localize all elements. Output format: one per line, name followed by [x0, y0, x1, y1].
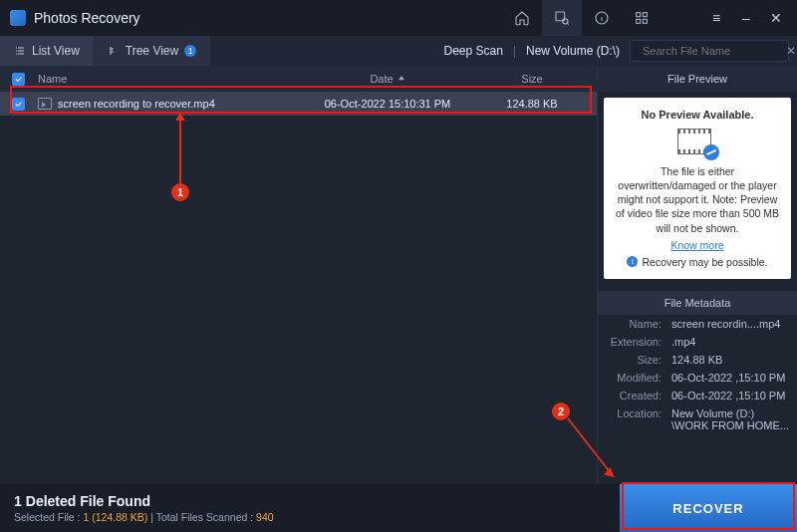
deep-scan-link[interactable]: Deep Scan	[443, 44, 502, 58]
preview-pane: File Preview No Preview Available. The f…	[598, 66, 797, 496]
hamburger-menu-icon[interactable]: ≡	[701, 0, 731, 36]
clear-search-icon[interactable]: ✕	[786, 44, 796, 58]
metadata-header: File Metadata	[598, 291, 797, 315]
know-more-link[interactable]: Know more	[612, 238, 783, 252]
tree-view-badge: 1	[184, 45, 196, 57]
filmstrip-icon	[677, 129, 717, 158]
home-icon[interactable]	[502, 0, 542, 36]
row-checkbox[interactable]	[12, 98, 25, 111]
search-input[interactable]	[643, 45, 780, 57]
app-logo-icon	[10, 10, 26, 26]
column-size[interactable]: Size	[467, 73, 597, 85]
list-icon	[14, 45, 26, 57]
preview-header: File Preview	[598, 66, 797, 92]
preview-card: No Preview Available. The file is either…	[604, 98, 791, 279]
file-name: screen recording to recover.mp4	[58, 98, 215, 110]
info-dot-icon: i	[627, 256, 638, 267]
svg-rect-3	[637, 13, 641, 17]
deleted-found-title: 1Deleted File Found	[14, 493, 274, 509]
svg-rect-4	[643, 13, 647, 17]
tree-icon	[108, 45, 120, 57]
meta-created: 06-Oct-2022 ,15:10 PM	[671, 390, 789, 401]
svg-rect-5	[637, 19, 641, 23]
column-header-row: Name Date Size	[0, 66, 597, 92]
meta-extension: .mp4	[671, 336, 789, 348]
toolbar-divider: |	[513, 44, 516, 58]
file-metadata: File Metadata Name:screen recordin....mp…	[598, 291, 797, 434]
footer-bar: 1Deleted File Found Selected File : 1 (1…	[0, 484, 797, 532]
tab-tree-view[interactable]: Tree View 1	[94, 36, 210, 66]
svg-rect-6	[643, 19, 647, 23]
secondary-toolbar: List View Tree View 1 Deep Scan | New Vo…	[0, 36, 797, 66]
file-list-pane: Name Date Size screen recording to recov…	[0, 66, 598, 496]
list-view-label: List View	[32, 44, 80, 58]
meta-location: New Volume (D:) \WORK FROM HOME...	[671, 407, 789, 431]
table-row[interactable]: screen recording to recover.mp4 06-Oct-2…	[0, 92, 597, 116]
tab-list-view[interactable]: List View	[0, 36, 94, 66]
app-title: Photos Recovery	[34, 10, 140, 26]
meta-modified: 06-Oct-2022 ,15:10 PM	[671, 372, 789, 384]
meta-size: 124.88 KB	[671, 354, 789, 366]
file-date: 06-Oct-2022 15:10:31 PM	[308, 98, 467, 110]
sort-asc-icon	[398, 73, 405, 85]
file-size: 124.88 KB	[467, 98, 597, 110]
select-all-checkbox[interactable]	[12, 73, 25, 86]
svg-point-1	[563, 19, 568, 24]
column-date[interactable]: Date	[308, 73, 467, 85]
title-bar: Photos Recovery ≡ – ✕	[0, 0, 797, 36]
preview-message: The file is either overwritten/damaged o…	[612, 164, 783, 235]
no-preview-title: No Preview Available.	[612, 108, 783, 123]
column-name[interactable]: Name	[36, 73, 308, 85]
recovery-possible-text: Recovery may be possible.	[642, 255, 767, 269]
minimize-button[interactable]: –	[731, 0, 761, 36]
search-input-wrapper[interactable]: ✕	[630, 40, 789, 62]
meta-name: screen recordin....mp4	[671, 318, 789, 330]
volume-selector[interactable]: New Volume (D:\)	[526, 44, 620, 58]
video-file-icon	[38, 98, 52, 110]
tree-view-label: Tree View	[126, 44, 178, 58]
apps-grid-icon[interactable]	[622, 0, 662, 36]
info-icon[interactable]	[582, 0, 622, 36]
footer-stats: Selected File : 1 (124.88 KB) | Total Fi…	[14, 511, 274, 523]
recover-button[interactable]: RECOVER	[620, 484, 797, 532]
scan-search-icon[interactable]	[542, 0, 582, 36]
close-button[interactable]: ✕	[761, 0, 791, 36]
